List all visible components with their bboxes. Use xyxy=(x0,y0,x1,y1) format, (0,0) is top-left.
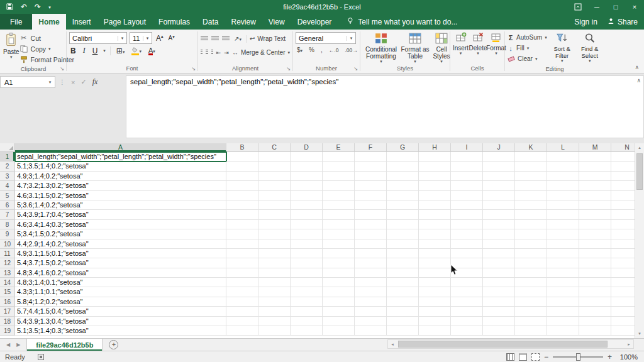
row-header-10[interactable]: 10 xyxy=(0,239,15,249)
cell-F18[interactable] xyxy=(355,317,387,326)
cell-G14[interactable] xyxy=(387,278,419,287)
cell-D11[interactable] xyxy=(291,249,323,258)
cell-F10[interactable] xyxy=(355,239,387,249)
cell-N2[interactable] xyxy=(611,162,635,171)
cell-J4[interactable] xyxy=(483,181,515,190)
copy-button[interactable]: Copy ▾ xyxy=(19,43,74,54)
font-size-select[interactable]: 11 ▾ xyxy=(130,32,152,44)
cell-M2[interactable] xyxy=(579,162,611,171)
row-header-11[interactable]: 11 xyxy=(0,249,15,258)
cell-H16[interactable] xyxy=(419,297,451,307)
row-header-16[interactable]: 16 xyxy=(0,297,15,307)
cell-K2[interactable] xyxy=(515,162,547,171)
cell-L11[interactable] xyxy=(547,249,579,258)
cell-M18[interactable] xyxy=(579,317,611,326)
cell-I16[interactable] xyxy=(451,297,483,307)
cell-C12[interactable] xyxy=(258,258,291,268)
cell-J2[interactable] xyxy=(483,162,515,171)
column-header-F[interactable]: F xyxy=(355,143,387,152)
cell-J19[interactable] xyxy=(483,326,515,336)
cell-I10[interactable] xyxy=(451,239,483,249)
cell-B5[interactable] xyxy=(226,191,258,200)
cell-F15[interactable] xyxy=(355,287,387,297)
cell-styles-button[interactable]: Cell Styles ▾ xyxy=(431,31,452,63)
cell-H18[interactable] xyxy=(419,317,451,326)
cell-A6[interactable]: 5;3.6;1.4;0.2;"setosa" xyxy=(15,200,226,210)
cell-A15[interactable]: 4.3;3;1.1;0.1;"setosa" xyxy=(15,287,226,297)
cell-D7[interactable] xyxy=(291,210,323,219)
cell-J8[interactable] xyxy=(483,220,515,229)
row-header-3[interactable]: 3 xyxy=(0,172,15,181)
accounting-format-button[interactable]: $▾ xyxy=(296,47,304,53)
row-header-17[interactable]: 17 xyxy=(0,307,15,316)
cell-H8[interactable] xyxy=(419,220,451,229)
find-select-button[interactable]: Find & Select ▾ xyxy=(577,31,602,64)
cell-B12[interactable] xyxy=(226,258,258,268)
previous-sheet-icon[interactable]: ◀ xyxy=(6,342,10,348)
cell-E10[interactable] xyxy=(323,239,355,249)
cell-C3[interactable] xyxy=(258,172,291,181)
column-header-L[interactable]: L xyxy=(547,143,579,152)
tell-me-box[interactable]: Tell me what you want to do... xyxy=(347,14,457,30)
cell-H1[interactable] xyxy=(419,152,451,162)
center-icon[interactable] xyxy=(206,50,208,55)
cell-E1[interactable] xyxy=(323,152,355,162)
normal-view-icon[interactable] xyxy=(506,353,514,361)
cell-I4[interactable] xyxy=(451,181,483,190)
tab-insert[interactable]: Insert xyxy=(66,14,97,30)
cell-B19[interactable] xyxy=(226,326,258,336)
cell-I9[interactable] xyxy=(451,229,483,239)
cell-G4[interactable] xyxy=(387,181,419,190)
cell-L9[interactable] xyxy=(547,229,579,239)
cell-M15[interactable] xyxy=(579,287,611,297)
cell-E11[interactable] xyxy=(323,249,355,258)
cell-G1[interactable] xyxy=(387,152,419,162)
cell-C19[interactable] xyxy=(258,326,291,336)
cell-B3[interactable] xyxy=(226,172,258,181)
minimize-button[interactable]: ─ xyxy=(587,0,606,14)
fill-button[interactable]: ↓ Fill ▾ xyxy=(508,43,547,53)
cell-B10[interactable] xyxy=(226,239,258,249)
cell-C1[interactable] xyxy=(258,152,291,162)
save-icon[interactable] xyxy=(6,3,13,11)
cell-K12[interactable] xyxy=(515,258,547,268)
cell-C16[interactable] xyxy=(258,297,291,307)
cell-F19[interactable] xyxy=(355,326,387,336)
cell-E3[interactable] xyxy=(323,172,355,181)
cell-J3[interactable] xyxy=(483,172,515,181)
cell-G12[interactable] xyxy=(387,258,419,268)
format-cells-button[interactable]: Format ▾ xyxy=(487,31,505,63)
column-header-K[interactable]: K xyxy=(515,143,547,152)
row-header-1[interactable]: 1 xyxy=(0,152,15,162)
cell-N9[interactable] xyxy=(611,229,635,239)
cell-I19[interactable] xyxy=(451,326,483,336)
cell-C15[interactable] xyxy=(258,287,291,297)
cell-H13[interactable] xyxy=(419,268,451,278)
scroll-up-icon[interactable]: ▴ xyxy=(635,143,644,152)
cell-N7[interactable] xyxy=(611,210,635,219)
cell-D4[interactable] xyxy=(291,181,323,190)
row-header-7[interactable]: 7 xyxy=(0,210,15,219)
cell-I2[interactable] xyxy=(451,162,483,171)
cell-F7[interactable] xyxy=(355,210,387,219)
cell-N17[interactable] xyxy=(611,307,635,316)
page-break-view-icon[interactable] xyxy=(531,353,540,361)
cell-L19[interactable] xyxy=(547,326,579,336)
tab-home[interactable]: Home xyxy=(32,14,65,30)
close-button[interactable]: × xyxy=(625,0,644,14)
cell-L5[interactable] xyxy=(547,191,579,200)
cell-L4[interactable] xyxy=(547,181,579,190)
cell-A5[interactable]: 4.6;3.1;1.5;0.2;"setosa" xyxy=(15,191,226,200)
scroll-right-icon[interactable]: ▸ xyxy=(625,342,633,347)
name-box[interactable]: A1 ▾ xyxy=(0,76,55,88)
decrease-indent-icon[interactable]: ⇤ xyxy=(216,50,221,56)
cell-F6[interactable] xyxy=(355,200,387,210)
cell-E2[interactable] xyxy=(323,162,355,171)
cell-H4[interactable] xyxy=(419,181,451,190)
qat-customize-icon[interactable]: ▾ xyxy=(48,5,51,9)
cell-L15[interactable] xyxy=(547,287,579,297)
row-header-12[interactable]: 12 xyxy=(0,258,15,268)
row-header-19[interactable]: 19 xyxy=(0,326,15,336)
clipboard-dialog-launcher-icon[interactable]: ↘ xyxy=(60,67,64,72)
tab-data[interactable]: Data xyxy=(196,14,225,30)
